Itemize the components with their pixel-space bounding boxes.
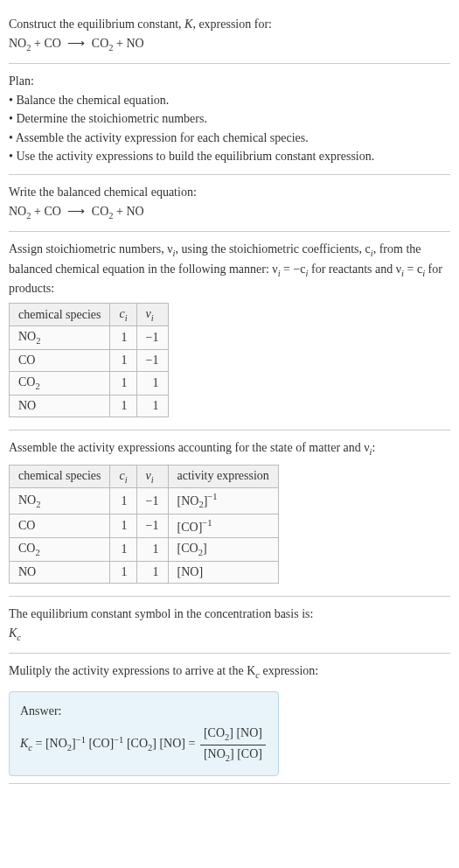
col-species: chemical species [10, 303, 110, 326]
sp: NO [18, 399, 36, 412]
bal-product-1: CO [92, 205, 108, 218]
cell-activity: [CO2] [168, 538, 278, 562]
cell-species: NO2 [10, 326, 110, 350]
vi-sub: i [151, 474, 154, 484]
sp: CO [18, 542, 35, 555]
cell-species: CO [10, 514, 110, 538]
cell-v: −1 [136, 350, 168, 372]
bal-arrow-icon: ⟶ [67, 205, 85, 218]
cell-c: 1 [110, 488, 136, 514]
reactant-1: NO [9, 37, 26, 50]
table-row: NO2 1 −1 [10, 326, 169, 350]
cell-species: CO2 [10, 372, 110, 396]
section-intro: Construct the equilibrium constant, K, e… [9, 7, 450, 64]
cell-activity: [NO2]−1 [168, 488, 278, 514]
bal-reactant-2: CO [44, 205, 60, 218]
stoich-t1: Assign stoichiometric numbers, ν [9, 242, 173, 256]
final-heading: Mulitply the activity expressions to arr… [9, 662, 450, 682]
act-h-pre: Assemble the activity expressions accoun… [9, 441, 370, 454]
asup: −1 [207, 492, 217, 501]
k-symbol: K [184, 18, 192, 31]
table-row: NO 1 1 [NO] [10, 562, 279, 584]
sp-sub: 2 [35, 382, 39, 391]
nao: [CO [204, 726, 225, 739]
plus-1: + [31, 37, 44, 50]
symbol-text: The equilibrium constant symbol in the c… [9, 606, 450, 623]
section-activity: Assemble the activity expressions accoun… [9, 430, 450, 597]
section-symbol: The equilibrium constant symbol in the c… [9, 597, 450, 654]
cell-c: 1 [110, 326, 136, 350]
bal-plus-2: + [114, 205, 127, 218]
cell-species: NO [10, 562, 110, 584]
product-1: CO [92, 37, 108, 50]
plan-bullet-3: • Assemble the activity expression for e… [9, 130, 450, 147]
fh-post: expression: [260, 664, 318, 677]
balanced-heading: Write the balanced chemical equation: [9, 184, 450, 201]
intro-line1-pre: Construct the equilibrium constant, [9, 18, 184, 31]
table-row: CO 1 −1 [CO]−1 [10, 514, 279, 538]
ac: ] [203, 542, 207, 555]
ao: [CO [177, 520, 198, 533]
bal-product-2: NO [126, 205, 143, 218]
activity-heading: Assemble the activity expressions accoun… [9, 439, 450, 458]
ao: [NO [177, 494, 199, 508]
stoich-t6: = c [404, 262, 422, 276]
t2o: [CO [86, 738, 110, 751]
sp-sub: 2 [36, 336, 40, 346]
table-header-row: chemical species ci νi [10, 303, 169, 326]
asup: −1 [202, 518, 212, 528]
ci-sub: i [125, 474, 128, 484]
answer-label: Answer: [20, 703, 268, 720]
reactant-2: CO [44, 37, 60, 50]
ans-eq1: = [32, 738, 45, 751]
cell-species: CO [10, 350, 110, 372]
dbc: ] [258, 747, 262, 760]
t2sup: −1 [114, 735, 123, 745]
t1sup: −1 [76, 735, 86, 745]
plan-bullet-2: • Determine the stoichiometric numbers. [9, 110, 450, 128]
table-row: NO 1 1 [10, 396, 169, 417]
dao: [NO [204, 747, 226, 760]
sp: CO [18, 375, 35, 388]
product-2: NO [126, 37, 143, 50]
plus-2: + [114, 37, 127, 50]
bal-plus-1: + [31, 205, 44, 218]
dbo: [CO [237, 747, 258, 760]
cell-v: 1 [136, 372, 168, 396]
cell-species: NO [10, 396, 110, 417]
col-species: chemical species [10, 465, 110, 488]
col-vi: νi [136, 303, 168, 326]
ao: [NO [177, 565, 199, 578]
answer-box: Answer: Kc = [NO2]−1 [CO]−1 [CO2] [NO] =… [9, 691, 279, 777]
t4c: ] = [181, 738, 198, 751]
section-balanced: Write the balanced chemical equation: NO… [9, 175, 450, 232]
ao: [CO [177, 542, 198, 555]
cell-v: 1 [136, 538, 168, 562]
sp: CO [18, 354, 35, 367]
intro-equation: NO2 + CO ⟶ CO2 + NO [9, 35, 450, 54]
stoich-t2: , using the stoichiometric coefficients,… [175, 242, 370, 256]
cell-v: −1 [136, 488, 168, 514]
answer-expression: Kc = [NO2]−1 [CO]−1 [CO2] [NO] = [CO2] [… [20, 724, 268, 765]
t4o: [NO [156, 738, 181, 751]
cell-species: NO2 [10, 488, 110, 514]
intro-line1-post: , expression for: [192, 18, 272, 31]
table-row: CO 1 −1 [10, 350, 169, 372]
cell-c: 1 [110, 372, 136, 396]
cell-v: −1 [136, 514, 168, 538]
t1o: [NO [45, 738, 67, 751]
cell-activity: [CO]−1 [168, 514, 278, 538]
intro-text: Construct the equilibrium constant, K, e… [9, 16, 450, 33]
cell-v: 1 [136, 562, 168, 584]
activity-table: chemical species ci νi activity expressi… [9, 465, 279, 584]
fh-pre: Mulitply the activity expressions to arr… [9, 664, 255, 677]
plan-bullet-1: • Balance the chemical equation. [9, 92, 450, 109]
stoich-text: Assign stoichiometric numbers, νi, using… [9, 241, 450, 298]
vi-sub: i [151, 312, 154, 322]
col-activity: activity expression [168, 465, 278, 488]
col-ci: ci [110, 465, 136, 488]
table-row: CO2 1 1 [10, 372, 169, 396]
stoich-table: chemical species ci νi NO2 1 −1 CO 1 −1 … [9, 303, 169, 417]
nbo: [NO [236, 726, 258, 739]
section-final: Mulitply the activity expressions to arr… [9, 654, 450, 784]
